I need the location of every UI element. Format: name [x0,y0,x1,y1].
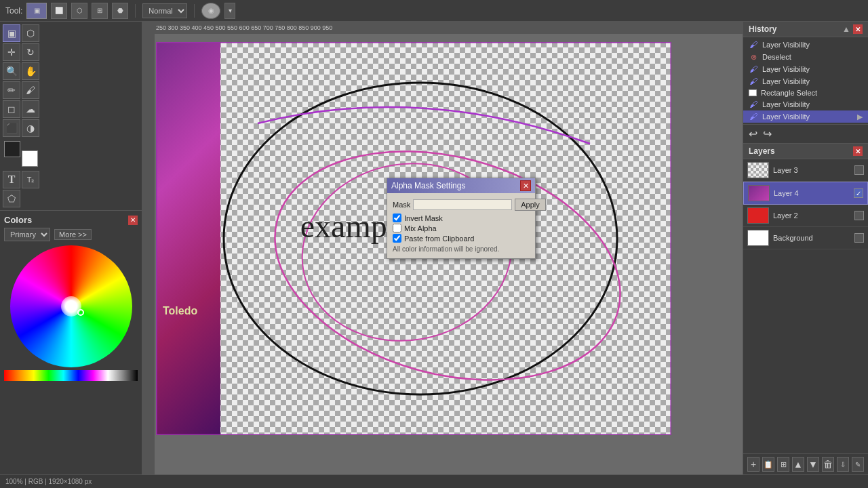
history-item-0[interactable]: 🖌 Layer Visibility [743,39,868,51]
fg-bg-color-selector[interactable] [4,141,38,167]
history-icon-1: ⊗ [749,52,758,62]
blend-mode-select[interactable]: Normal [142,3,187,18]
history-label-3: Layer Visibility [762,77,810,85]
hand-tool[interactable]: ✋ [22,62,39,80]
history-panel-header: History ▲ ✕ [743,22,868,37]
layer2-thumb [747,207,769,224]
right-panels: History ▲ ✕ 🖌 Layer Visibility ⊗ Deselec… [743,22,868,474]
toolbox: ▣ ⬡ ✛ ↻ 🔍 ✋ ✏ 🖌 ◻ ☁ ⬛ ◑ [0,22,142,210]
history-item-5[interactable]: 🖌 Layer Visibility [743,98,868,110]
history-item-6[interactable]: 🖌 Layer Visibility ▶ [743,110,868,123]
mask-label: Mask [393,201,410,209]
gradient-tool[interactable]: ◑ [22,119,39,137]
brush-tool[interactable]: 🖌 [22,81,39,99]
layer-item-background[interactable]: Background [743,227,868,249]
flatten-btn[interactable]: ✎ [852,457,864,472]
tool-mode-btn-1[interactable]: ▣ [26,3,47,19]
dialog-body: Mask Apply Invert Mask Mix Alpha [387,193,535,258]
layer3-name: Layer 3 [773,166,850,174]
smudge-tool[interactable]: ☁ [22,100,39,118]
left-column: ▣ ⬡ ✛ ↻ 🔍 ✋ ✏ 🖌 ◻ ☁ ⬛ ◑ [0,22,142,474]
apply-btn[interactable]: Apply [515,199,546,211]
layers-title: Layers [749,146,775,156]
delete-layer-btn[interactable]: 🗑 [822,457,834,472]
fill-tool[interactable]: ⬛ [3,119,20,137]
layers-close-btn[interactable]: ✕ [853,146,863,156]
history-scroll-up[interactable]: ▲ [842,24,850,34]
select-free-tool[interactable]: ⬡ [22,24,39,42]
dialog-titlebar: Alpha Mask Settings ✕ [387,178,535,193]
move-tool[interactable]: ✛ [3,43,20,61]
color-cursor[interactable] [77,309,84,316]
group-layer-btn[interactable]: ⊞ [777,457,789,472]
pencil-tool[interactable]: ✏ [3,81,20,99]
status-text: 100% | RGB | 1920×1080 px [5,478,92,485]
more-btn[interactable]: More >> [54,229,92,240]
history-label-0: Layer Visibility [762,41,810,49]
tool-mode-btn-5[interactable]: ⬣ [112,3,128,19]
tool-mode-btn-3[interactable]: ⬡ [71,3,87,19]
layer3-thumb [747,162,769,178]
mix-alpha-checkbox[interactable] [393,224,401,232]
background-visibility[interactable] [854,233,864,243]
color-swatches-bar[interactable] [4,370,138,381]
vertical-ruler [142,34,155,474]
fg-color-box[interactable] [4,141,20,157]
color-dropdown[interactable]: ▾ [224,3,235,19]
layer2-visibility[interactable] [854,211,864,220]
alpha-mask-dialog: Alpha Mask Settings ✕ Mask Apply Invert … [387,178,536,259]
color-btn[interactable]: ◉ [201,3,220,19]
history-item-3[interactable]: 🖌 Layer Visibility [743,75,868,87]
select-rect-tool[interactable]: ▣ [3,24,20,42]
layer4-name: Layer 4 [774,189,850,197]
move-layer-down-btn[interactable]: ▼ [807,457,819,472]
background-name: Background [773,234,850,242]
layers-panel: Layers ✕ Layer 3 Layer 4 [743,143,868,474]
main-area: ▣ ⬡ ✛ ↻ 🔍 ✋ ✏ 🖌 ◻ ☁ ⬛ ◑ [0,22,868,474]
rotate-tool[interactable]: ↻ [22,43,39,61]
text-tool-2[interactable]: T₂ [22,171,39,188]
move-layer-up-btn[interactable]: ▲ [792,457,804,472]
layers-panel-header: Layers ✕ [743,144,868,159]
layer2-name: Layer 2 [773,211,850,220]
colors-title: Colors [4,215,32,225]
history-label-6: Layer Visibility [762,113,810,121]
history-item-2[interactable]: 🖌 Layer Visibility [743,63,868,75]
canvas-container[interactable]: Toledo example [156,42,671,435]
color-wheel[interactable] [10,245,132,367]
dialog-close-btn[interactable]: ✕ [520,180,531,191]
layer4-visibility[interactable] [854,188,863,198]
color-wheel-container[interactable] [10,245,132,367]
zoom-tool[interactable]: 🔍 [3,62,20,80]
bottom-bar: 100% | RGB | 1920×1080 px [0,474,868,488]
text-tool[interactable]: T [3,171,20,188]
history-label-5: Layer Visibility [762,100,810,108]
history-item-1[interactable]: ⊗ Deselect [743,51,868,63]
redo-btn[interactable]: ↪ [763,127,772,140]
layer-item-layer4[interactable]: Layer 4 [743,182,868,205]
color-mode-select[interactable]: Primary [4,228,50,241]
invert-mask-checkbox[interactable] [393,214,401,222]
new-layer-btn[interactable]: + [747,457,760,472]
history-icon-4 [749,89,757,96]
tool-label: Tool: [5,6,22,16]
bg-color-box[interactable] [22,150,38,167]
merge-layer-btn[interactable]: ⇩ [837,457,849,472]
history-close-btn[interactable]: ✕ [853,24,863,34]
eraser-tool[interactable]: ◻ [3,100,20,118]
layer3-visibility[interactable] [854,165,864,175]
mix-alpha-label: Mix Alpha [404,224,437,232]
history-item-4[interactable]: Rectangle Select [743,87,868,98]
undo-btn[interactable]: ↩ [749,127,757,140]
colors-close-btn[interactable]: ✕ [128,216,138,225]
history-icon-5: 🖌 [749,100,758,109]
layer-item-layer3[interactable]: Layer 3 [743,159,868,182]
dialog-title: Alpha Mask Settings [391,181,465,190]
duplicate-layer-btn[interactable]: 📋 [762,457,774,472]
tool-mode-btn-4[interactable]: ⊞ [92,3,108,19]
paste-clipboard-checkbox[interactable] [393,234,401,243]
layer-item-layer2[interactable]: Layer 2 [743,205,868,227]
tool-mode-btn-2[interactable]: ⬜ [51,3,67,19]
path-tool[interactable]: ⬠ [3,190,20,207]
mask-input[interactable] [413,199,512,210]
